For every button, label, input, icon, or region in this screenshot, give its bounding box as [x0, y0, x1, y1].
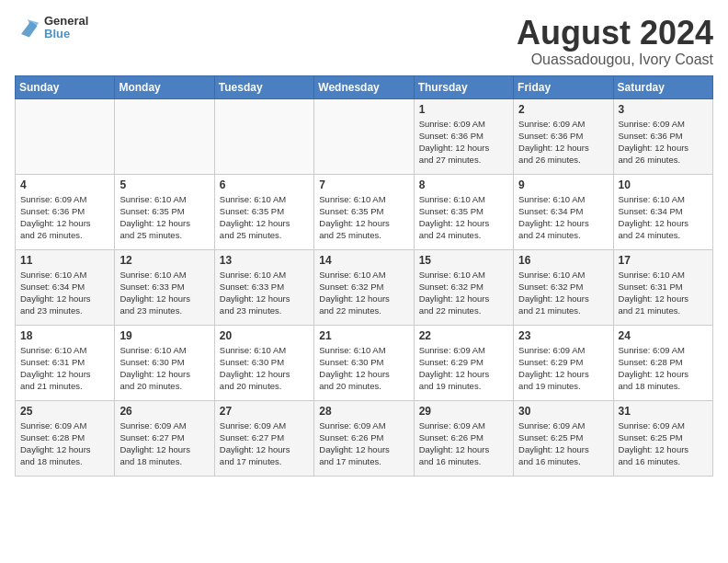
location-subtitle: Ouassadougou, Ivory Coast: [517, 52, 713, 68]
calendar-cell: 14Sunrise: 6:10 AM Sunset: 6:32 PM Dayli…: [314, 249, 414, 325]
day-number: 19: [119, 329, 209, 342]
day-number: 29: [419, 405, 508, 418]
calendar-cell: 4Sunrise: 6:09 AM Sunset: 6:36 PM Daylig…: [16, 174, 115, 249]
calendar-cell: [16, 98, 115, 174]
day-number: 31: [619, 405, 708, 418]
day-number: 30: [518, 405, 608, 418]
cell-info: Sunrise: 6:10 AM Sunset: 6:30 PM Dayligh…: [119, 344, 209, 393]
calendar-cell: 7Sunrise: 6:10 AM Sunset: 6:35 PM Daylig…: [314, 174, 414, 249]
day-number: 15: [419, 254, 508, 267]
day-number: 20: [220, 329, 309, 342]
calendar-table: SundayMondayTuesdayWednesdayThursdayFrid…: [15, 75, 713, 477]
logo-text: General Blue: [44, 15, 88, 41]
cell-info: Sunrise: 6:10 AM Sunset: 6:32 PM Dayligh…: [518, 269, 608, 317]
day-number: 9: [518, 178, 608, 191]
calendar-cell: 8Sunrise: 6:10 AM Sunset: 6:35 PM Daylig…: [414, 174, 513, 249]
weekday-header-thursday: Thursday: [414, 75, 513, 98]
cell-info: Sunrise: 6:10 AM Sunset: 6:31 PM Dayligh…: [20, 344, 109, 393]
cell-info: Sunrise: 6:09 AM Sunset: 6:26 PM Dayligh…: [419, 419, 508, 468]
day-number: 7: [319, 178, 408, 191]
logo-line1: General: [44, 15, 88, 28]
day-number: 13: [220, 254, 309, 267]
calendar-cell: 9Sunrise: 6:10 AM Sunset: 6:34 PM Daylig…: [514, 174, 613, 249]
cell-info: Sunrise: 6:09 AM Sunset: 6:25 PM Dayligh…: [619, 419, 708, 468]
week-row-2: 4Sunrise: 6:09 AM Sunset: 6:36 PM Daylig…: [16, 174, 713, 249]
calendar-cell: 11Sunrise: 6:10 AM Sunset: 6:34 PM Dayli…: [16, 249, 115, 325]
day-number: 10: [619, 178, 708, 191]
cell-info: Sunrise: 6:10 AM Sunset: 6:35 PM Dayligh…: [319, 193, 408, 242]
page-header: General Blue August 2024 Ouassadougou, I…: [15, 15, 713, 68]
day-number: 27: [220, 405, 309, 418]
cell-info: Sunrise: 6:09 AM Sunset: 6:36 PM Dayligh…: [619, 118, 708, 167]
cell-info: Sunrise: 6:10 AM Sunset: 6:30 PM Dayligh…: [319, 344, 408, 393]
day-number: 18: [20, 329, 109, 342]
day-number: 8: [419, 178, 508, 191]
cell-info: Sunrise: 6:09 AM Sunset: 6:26 PM Dayligh…: [319, 419, 408, 468]
cell-info: Sunrise: 6:09 AM Sunset: 6:29 PM Dayligh…: [419, 344, 508, 393]
calendar-cell: 5Sunrise: 6:10 AM Sunset: 6:35 PM Daylig…: [115, 174, 214, 249]
day-number: 4: [20, 178, 109, 191]
week-row-5: 25Sunrise: 6:09 AM Sunset: 6:28 PM Dayli…: [16, 400, 713, 476]
calendar-cell: 16Sunrise: 6:10 AM Sunset: 6:32 PM Dayli…: [514, 249, 613, 325]
calendar-cell: 23Sunrise: 6:09 AM Sunset: 6:29 PM Dayli…: [514, 325, 613, 400]
cell-info: Sunrise: 6:09 AM Sunset: 6:27 PM Dayligh…: [220, 419, 309, 468]
calendar-cell: 19Sunrise: 6:10 AM Sunset: 6:30 PM Dayli…: [115, 325, 214, 400]
calendar-cell: 21Sunrise: 6:10 AM Sunset: 6:30 PM Dayli…: [314, 325, 414, 400]
day-number: 1: [419, 103, 508, 116]
day-number: 23: [518, 329, 608, 342]
day-number: 24: [619, 329, 708, 342]
calendar-cell: [314, 98, 414, 174]
logo-line2: Blue: [44, 28, 88, 40]
day-number: 2: [518, 103, 608, 116]
cell-info: Sunrise: 6:10 AM Sunset: 6:34 PM Dayligh…: [619, 193, 708, 242]
weekday-header-friday: Friday: [514, 75, 613, 98]
calendar-cell: 20Sunrise: 6:10 AM Sunset: 6:30 PM Dayli…: [214, 325, 313, 400]
weekday-header-sunday: Sunday: [16, 75, 115, 98]
cell-info: Sunrise: 6:10 AM Sunset: 6:35 PM Dayligh…: [220, 193, 309, 242]
day-number: 26: [119, 405, 209, 418]
day-number: 11: [20, 254, 109, 267]
cell-info: Sunrise: 6:09 AM Sunset: 6:25 PM Dayligh…: [518, 419, 608, 468]
cell-info: Sunrise: 6:10 AM Sunset: 6:33 PM Dayligh…: [220, 269, 309, 317]
calendar-cell: [214, 98, 313, 174]
calendar-cell: 26Sunrise: 6:09 AM Sunset: 6:27 PM Dayli…: [115, 400, 214, 476]
calendar-cell: 27Sunrise: 6:09 AM Sunset: 6:27 PM Dayli…: [214, 400, 313, 476]
week-row-4: 18Sunrise: 6:10 AM Sunset: 6:31 PM Dayli…: [16, 325, 713, 400]
weekday-header-tuesday: Tuesday: [214, 75, 313, 98]
day-number: 3: [619, 103, 708, 116]
day-number: 6: [220, 178, 309, 191]
day-number: 25: [20, 405, 109, 418]
weekday-header-saturday: Saturday: [613, 75, 712, 98]
calendar-cell: 12Sunrise: 6:10 AM Sunset: 6:33 PM Dayli…: [115, 249, 214, 325]
calendar-cell: 6Sunrise: 6:10 AM Sunset: 6:35 PM Daylig…: [214, 174, 313, 249]
cell-info: Sunrise: 6:10 AM Sunset: 6:32 PM Dayligh…: [419, 269, 508, 317]
day-number: 28: [319, 405, 408, 418]
cell-info: Sunrise: 6:09 AM Sunset: 6:29 PM Dayligh…: [518, 344, 608, 393]
cell-info: Sunrise: 6:09 AM Sunset: 6:27 PM Dayligh…: [119, 419, 209, 468]
calendar-cell: 15Sunrise: 6:10 AM Sunset: 6:32 PM Dayli…: [414, 249, 513, 325]
calendar-cell: [115, 98, 214, 174]
calendar-cell: 17Sunrise: 6:10 AM Sunset: 6:31 PM Dayli…: [613, 249, 712, 325]
calendar-cell: 18Sunrise: 6:10 AM Sunset: 6:31 PM Dayli…: [16, 325, 115, 400]
day-number: 21: [319, 329, 408, 342]
calendar-cell: 28Sunrise: 6:09 AM Sunset: 6:26 PM Dayli…: [314, 400, 414, 476]
calendar-cell: 3Sunrise: 6:09 AM Sunset: 6:36 PM Daylig…: [613, 98, 712, 174]
title-block: August 2024 Ouassadougou, Ivory Coast: [517, 15, 713, 68]
cell-info: Sunrise: 6:10 AM Sunset: 6:32 PM Dayligh…: [319, 269, 408, 317]
cell-info: Sunrise: 6:09 AM Sunset: 6:36 PM Dayligh…: [518, 118, 608, 167]
weekday-header-row: SundayMondayTuesdayWednesdayThursdayFrid…: [16, 75, 713, 98]
day-number: 5: [119, 178, 209, 191]
cell-info: Sunrise: 6:10 AM Sunset: 6:31 PM Dayligh…: [619, 269, 708, 317]
cell-info: Sunrise: 6:10 AM Sunset: 6:33 PM Dayligh…: [119, 269, 209, 317]
day-number: 16: [518, 254, 608, 267]
calendar-cell: 31Sunrise: 6:09 AM Sunset: 6:25 PM Dayli…: [613, 400, 712, 476]
cell-info: Sunrise: 6:10 AM Sunset: 6:35 PM Dayligh…: [119, 193, 209, 242]
calendar-cell: 30Sunrise: 6:09 AM Sunset: 6:25 PM Dayli…: [514, 400, 613, 476]
day-number: 12: [119, 254, 209, 267]
calendar-cell: 10Sunrise: 6:10 AM Sunset: 6:34 PM Dayli…: [613, 174, 712, 249]
week-row-1: 1Sunrise: 6:09 AM Sunset: 6:36 PM Daylig…: [16, 98, 713, 174]
calendar-cell: 22Sunrise: 6:09 AM Sunset: 6:29 PM Dayli…: [414, 325, 513, 400]
week-row-3: 11Sunrise: 6:10 AM Sunset: 6:34 PM Dayli…: [16, 249, 713, 325]
cell-info: Sunrise: 6:10 AM Sunset: 6:30 PM Dayligh…: [220, 344, 309, 393]
day-number: 14: [319, 254, 408, 267]
